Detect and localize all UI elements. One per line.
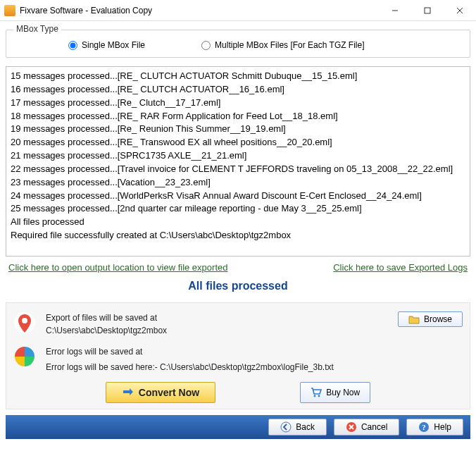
radio-multiple-mbox-label: Multiple MBox Files [For Each TGZ File] (215, 40, 365, 50)
browse-button-label: Browse (424, 314, 452, 324)
radio-single-mbox-label: Single MBox File (82, 40, 145, 50)
back-label: Back (296, 422, 315, 432)
cancel-button[interactable]: Cancel (334, 419, 399, 435)
svg-point-8 (281, 422, 291, 432)
log-line: All files processed (11, 216, 465, 229)
cart-icon (311, 388, 322, 397)
log-line: 22 messages processed...[Travel invoice … (11, 163, 465, 176)
back-icon (280, 421, 292, 433)
buy-now-label: Buy Now (326, 388, 360, 397)
svg-text:?: ? (422, 423, 427, 431)
mbox-type-group: MBox Type Single MBox File Multiple MBox… (6, 30, 470, 58)
links-row: Click here to open output location to vi… (6, 257, 470, 274)
status-message: All files processed (6, 280, 470, 292)
help-icon: ? (418, 421, 430, 433)
log-line: 24 messages processed...[WorldPerksR Vis… (11, 190, 465, 203)
log-line: 19 messages processed...[Re_ Reunion Thi… (11, 123, 465, 136)
convert-now-label: Convert Now (139, 387, 199, 398)
cancel-icon (346, 421, 357, 433)
export-location-row: Export of files will be saved at C:\User… (13, 311, 463, 337)
open-output-link[interactable]: Click here to open output location to vi… (8, 262, 227, 273)
convert-icon (122, 387, 134, 398)
log-line: 25 messages processed...[2nd quarter car… (11, 202, 465, 216)
log-line: 20 messages processed...[RE_ Transwood E… (11, 136, 465, 149)
footer: Back Cancel ? Help (6, 415, 470, 439)
svg-point-5 (22, 318, 27, 323)
radio-single-mbox[interactable]: Single MBox File (68, 40, 145, 50)
log-output[interactable]: 15 messages processed...[RE_ CLUTCH ACTU… (6, 66, 470, 257)
help-label: Help (434, 422, 451, 432)
pie-chart-icon (13, 345, 36, 368)
radio-single-mbox-input[interactable] (68, 41, 77, 50)
log-line: 16 messages processed...[RE_ CLUTCH ACTU… (11, 83, 465, 97)
log-line: 18 messages processed...[RE_ RAR Form Ap… (11, 110, 465, 123)
maximize-button[interactable] (411, 0, 444, 21)
window-title: Fixvare Software - Evaluation Copy (20, 6, 379, 16)
radio-multiple-mbox[interactable]: Multiple MBox Files [For Each TGZ File] (201, 40, 365, 50)
cancel-label: Cancel (361, 422, 387, 432)
close-button[interactable] (444, 0, 476, 21)
svg-point-7 (318, 395, 320, 397)
error-path: Error logs will be saved here:- C:\Users… (46, 361, 463, 373)
titlebar: Fixvare Software - Evaluation Copy (0, 0, 476, 21)
back-button[interactable]: Back (268, 419, 327, 435)
svg-point-6 (314, 395, 316, 397)
bottom-panel: Export of files will be saved at C:\User… (6, 302, 470, 409)
error-label: Error logs will be saved at (46, 345, 463, 358)
export-path: C:\Users\abc\Desktop\tgz2mbox (46, 324, 388, 337)
log-line: 21 messages processed...[SPRC1735 AXLE__… (11, 149, 465, 163)
browse-button[interactable]: Browse (398, 311, 463, 327)
log-line: 23 messages processed...[Vacation__23_23… (11, 176, 465, 190)
minimize-button[interactable] (379, 0, 411, 21)
buy-now-button[interactable]: Buy Now (300, 382, 370, 403)
location-pin-icon (13, 311, 36, 334)
folder-icon (408, 314, 420, 324)
error-log-row: Error logs will be saved at Error logs w… (13, 345, 463, 373)
convert-now-button[interactable]: Convert Now (106, 382, 215, 403)
app-icon (4, 5, 15, 16)
mbox-type-legend: MBox Type (13, 24, 61, 34)
export-label: Export of files will be saved at (46, 311, 388, 324)
log-line: 15 messages processed...[RE_ CLUTCH ACTU… (11, 70, 465, 83)
log-line: 17 messages processed...[Re_ Clutch__17_… (11, 97, 465, 110)
log-line: Required file successfully created at C:… (11, 229, 465, 242)
help-button[interactable]: ? Help (406, 419, 463, 435)
svg-rect-1 (425, 8, 430, 13)
save-logs-link[interactable]: Click here to save Exported Logs (333, 262, 468, 273)
radio-multiple-mbox-input[interactable] (201, 41, 211, 50)
